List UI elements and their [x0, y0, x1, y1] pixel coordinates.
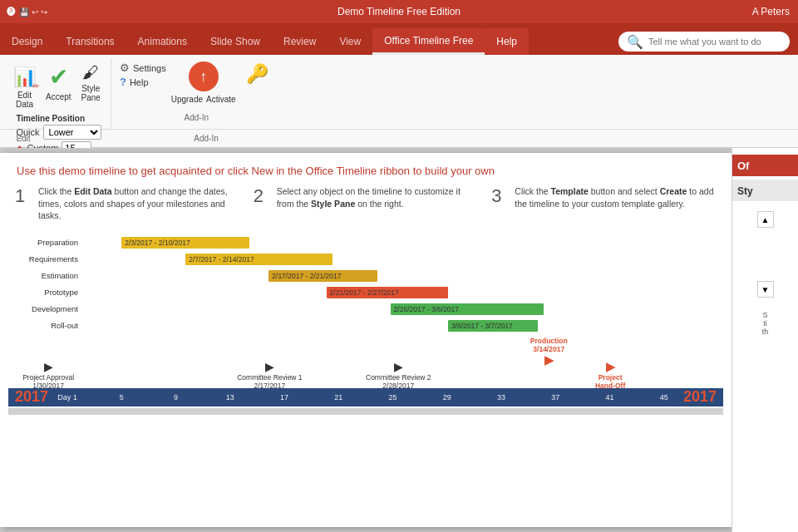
edit-data-label: EditData	[16, 91, 33, 109]
tick-45: 45	[652, 393, 677, 401]
tick-9: 9	[164, 393, 189, 401]
timeline-position-label: Timeline Position	[16, 114, 85, 123]
step-2-text: Select any object on the timeline to cus…	[277, 185, 479, 222]
gantt-row-estimation: Estimation 2/17/2017 - 2/21/2017	[8, 268, 723, 283]
footer-edit: Edit	[7, 134, 40, 143]
tab-view[interactable]: View	[328, 28, 372, 55]
step-3-number: 3	[491, 185, 508, 222]
gantt-area-prototype: 2/21/2017 - 2/27/2017	[83, 287, 723, 298]
milestone-project-approval: ▶ Project Approval 1/30/2017	[22, 360, 74, 390]
tick-25: 25	[381, 393, 406, 401]
tab-animations[interactable]: Animations	[126, 28, 199, 55]
accept-label: Accept	[46, 92, 71, 101]
tab-slideshow[interactable]: Slide Show	[199, 28, 272, 55]
side-panel: Of Sty ▲ ▼ Stith	[732, 148, 798, 532]
nav-up-button[interactable]: ▲	[757, 211, 774, 228]
gantt-row-preparation: Preparation 2/3/2017 - 2/10/2017	[8, 235, 723, 250]
milestones-area: Production 3/14/2017 ▶ ▶ Project Approva…	[8, 337, 723, 387]
app-icon: 🅟	[7, 7, 16, 17]
gantt-bar-development: 2/26/2017 - 3/6/2017	[391, 303, 544, 315]
slide: Use this demo timeline to get acquainted…	[0, 153, 732, 527]
side-panel-subtitle: Sty	[737, 185, 753, 197]
handoff-arrow: ▶	[606, 360, 615, 373]
gantt-bar-rollout: 3/6/2017 - 3/7/2017	[448, 320, 538, 332]
gantt-label-estimation: Estimation	[8, 271, 83, 280]
gantt-area-rollout: 3/6/2017 - 3/7/2017	[83, 320, 723, 332]
activate-label[interactable]: Activate	[206, 95, 236, 104]
committee1-label: Committee Review 1	[237, 373, 302, 382]
key-button[interactable]: 🔑	[241, 62, 273, 86]
gantt-label-prototype: Prototype	[8, 288, 83, 297]
timeline-chart: Preparation 2/3/2017 - 2/10/2017 Require…	[8, 235, 723, 415]
step-1-number: 1	[15, 185, 32, 222]
gantt-label-development: Development	[8, 304, 83, 313]
footer-addon: Add-In	[190, 134, 223, 143]
help-button[interactable]: ? Help	[120, 76, 166, 88]
gantt-bar-preparation: 2/3/2017 - 2/10/2017	[121, 237, 249, 249]
app-title: Demo Timeline Free Edition	[337, 6, 461, 17]
tick-33: 33	[489, 393, 514, 401]
production-label: Production	[530, 337, 568, 345]
gantt-date-requirements: 2/7/2017 - 2/14/2017	[189, 255, 254, 264]
search-input[interactable]	[648, 37, 781, 47]
tick-21: 21	[326, 393, 351, 401]
step-3-text: Click the Template button and select Cre…	[515, 185, 717, 222]
edit-data-button[interactable]: 📊 ✏ EditData	[10, 62, 39, 111]
step-2: 2 Select any object on the timeline to c…	[247, 185, 485, 222]
title-bar-icons: 🅟 💾 ↩ ↪	[7, 7, 47, 17]
accept-icon: ✔	[49, 63, 68, 91]
tick-17: 17	[272, 393, 297, 401]
style-pane-button[interactable]: 🖌 StylePane	[78, 62, 104, 104]
production-date: 3/14/2017	[533, 345, 564, 353]
style-pane-label: StylePane	[81, 84, 101, 102]
axis-year-right: 2017	[677, 388, 723, 406]
tick-41: 41	[598, 393, 623, 401]
tab-review[interactable]: Review	[272, 28, 328, 55]
tab-bar: Design Transitions Animations Slide Show…	[0, 23, 798, 55]
settings-button[interactable]: ⚙ Settings	[120, 62, 166, 74]
gantt-area-preparation: 2/3/2017 - 2/10/2017	[83, 237, 723, 249]
approval-arrow: ▶	[44, 360, 53, 373]
edit-data-icon: 📊 ✏	[13, 63, 36, 89]
tab-design[interactable]: Design	[0, 28, 54, 55]
gantt-row-requirements: Requirements 2/7/2017 - 2/14/2017	[8, 252, 723, 267]
gantt-date-rollout: 3/6/2017 - 3/7/2017	[451, 322, 513, 330]
gantt-row-development: Development 2/26/2017 - 3/6/2017	[8, 302, 723, 317]
help-icon: ?	[120, 76, 126, 88]
axis-year-left: 2017	[8, 388, 55, 406]
quick-dropdown[interactable]: Lower Upper Below	[43, 125, 101, 140]
tab-office-timeline[interactable]: Office Timeline Free	[372, 28, 485, 55]
gantt-area-development: 2/26/2017 - 3/6/2017	[83, 303, 723, 315]
ribbon-group-edit: 📊 ✏ EditData ✔ Accept 🖌 StylePane Timeli…	[3, 58, 111, 129]
accept-button[interactable]: ✔ Accept	[42, 62, 75, 103]
scroll-bar[interactable]	[8, 408, 723, 415]
style-pane-icon: 🖌	[82, 63, 99, 82]
gantt-label-requirements: Requirements	[8, 254, 83, 264]
upgrade-activate-icon: ↑	[189, 62, 219, 91]
slide-instruction: Use this demo timeline to get acquainted…	[0, 153, 732, 185]
axis-bar: 2017 Day 1 5 9 13 17 21 25 29 33 37 41 4…	[8, 388, 723, 406]
gantt-label-preparation: Preparation	[8, 238, 83, 247]
nav-down-button[interactable]: ▼	[757, 281, 774, 298]
upgrade-label[interactable]: Upgrade	[171, 95, 203, 104]
gantt-row-rollout: Roll-out 3/6/2017 - 3/7/2017	[8, 318, 723, 333]
tab-transitions[interactable]: Transitions	[54, 28, 126, 55]
milestone-committee-review-1: ▶ Committee Review 1 2/17/2017	[237, 360, 302, 390]
ribbon-footer: Edit Add-In	[0, 130, 798, 148]
search-box[interactable]: 🔍	[618, 32, 790, 52]
tick-29: 29	[435, 393, 460, 401]
tick-37: 37	[543, 393, 568, 401]
user-name: A Peters	[752, 6, 790, 17]
ribbon: 📊 ✏ EditData ✔ Accept 🖌 StylePane Timeli…	[0, 55, 798, 130]
slide-area: Use this demo timeline to get acquainted…	[0, 148, 732, 532]
gantt-area-estimation: 2/17/2017 - 2/21/2017	[83, 270, 723, 282]
tab-help[interactable]: Help	[485, 28, 529, 55]
gantt-label-rollout: Roll-out	[8, 321, 83, 330]
handoff-label: Project	[598, 373, 623, 382]
step-1: 1 Click the Edit Data button and change …	[8, 185, 247, 222]
gantt-bar-estimation: 2/17/2017 - 2/21/2017	[268, 270, 377, 282]
ribbon-group-addon: ⚙ Settings ? Help ↑ Upgrade Activate 🔑	[113, 58, 280, 129]
quick-access-icons: 💾 ↩ ↪	[19, 7, 47, 17]
committee2-arrow: ▶	[394, 360, 403, 373]
search-icon: 🔍	[627, 34, 643, 50]
